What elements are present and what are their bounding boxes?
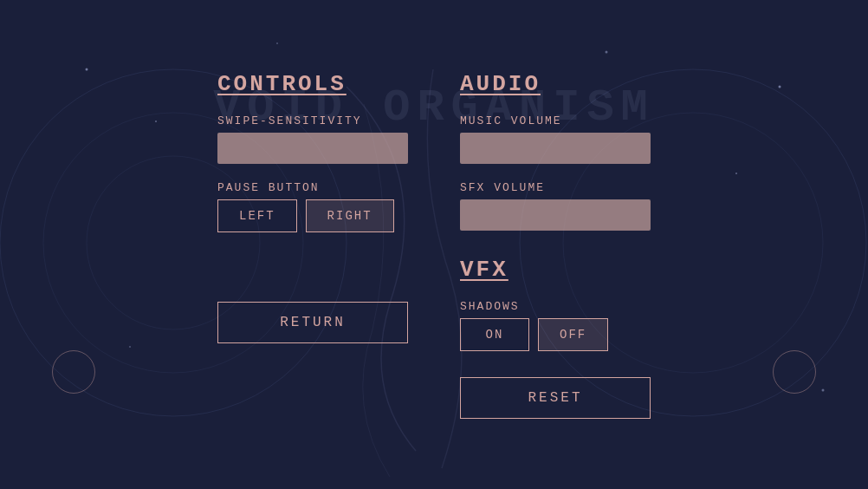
audio-vfx-column: AUDIO MUSIC VOLUME SFX VOLUME VFX SHADOW… <box>460 71 651 419</box>
shadows-options: ON OFF <box>460 318 651 351</box>
sfx-volume-slider[interactable] <box>460 199 651 231</box>
shadows-on-button[interactable]: ON <box>460 318 529 351</box>
left-button[interactable]: LEFT <box>217 199 297 232</box>
right-button[interactable]: RIGHT <box>306 199 394 232</box>
controls-title: CONTROLS <box>217 71 408 97</box>
sfx-volume-label: SFX VOLUME <box>460 181 651 194</box>
music-volume-slider[interactable] <box>460 133 651 164</box>
swipe-sensitivity-slider[interactable] <box>217 133 408 164</box>
swipe-sensitivity-label: SWIPE-SENSITIVITY <box>217 114 408 127</box>
sfx-volume-group: SFX VOLUME <box>460 181 651 231</box>
pause-button-label: PAUSE BUTTON <box>217 181 408 194</box>
music-volume-label: MUSIC VOLUME <box>460 114 651 127</box>
return-button[interactable]: RETURN <box>217 302 408 343</box>
pause-button-group: PAUSE BUTTON LEFT RIGHT <box>217 181 408 232</box>
shadows-off-button[interactable]: OFF <box>538 318 608 351</box>
music-volume-group: MUSIC VOLUME <box>460 114 651 164</box>
shadows-label: SHADOWS <box>460 300 651 313</box>
reset-button[interactable]: RESET <box>460 377 651 419</box>
controls-column: CONTROLS SWIPE-SENSITIVITY PAUSE BUTTON … <box>217 71 408 419</box>
vfx-title: VFX <box>460 257 651 283</box>
pause-button-options: LEFT RIGHT <box>217 199 408 232</box>
audio-title: AUDIO <box>460 71 651 97</box>
shadows-group: SHADOWS ON OFF <box>460 300 651 351</box>
swipe-sensitivity-group: SWIPE-SENSITIVITY <box>217 114 408 164</box>
